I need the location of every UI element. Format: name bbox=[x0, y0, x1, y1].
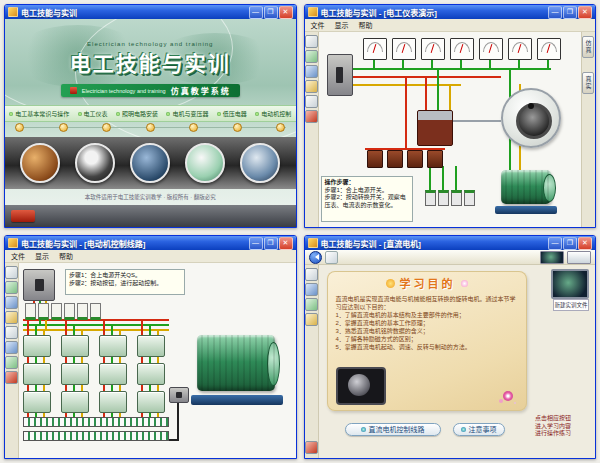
rheostat[interactable] bbox=[387, 150, 403, 168]
menu-view[interactable]: 显示 bbox=[35, 251, 49, 261]
menu-help[interactable]: 帮助 bbox=[359, 20, 373, 30]
cautions-button[interactable]: 注意事项 bbox=[453, 423, 505, 436]
maximize-button[interactable]: ❐ bbox=[264, 6, 278, 19]
motor-photo[interactable] bbox=[336, 367, 386, 405]
contactor-km[interactable] bbox=[23, 391, 51, 413]
toolbar-icon-component[interactable] bbox=[305, 50, 318, 63]
terminal-strip[interactable] bbox=[23, 431, 169, 441]
contactor-km[interactable] bbox=[99, 335, 127, 357]
terminal[interactable] bbox=[425, 190, 436, 206]
splash-menu-basics[interactable]: 电工基本常识与操作 bbox=[9, 109, 69, 118]
terminal[interactable] bbox=[451, 190, 462, 206]
toolbar-icon-wire[interactable] bbox=[305, 65, 318, 78]
menu-file[interactable]: 文件 bbox=[11, 251, 25, 261]
motor[interactable] bbox=[197, 335, 275, 391]
mode-simulate-button[interactable]: 仿真 bbox=[582, 36, 594, 58]
fuse[interactable] bbox=[64, 303, 75, 320]
minimize-button[interactable]: — bbox=[548, 237, 562, 250]
rheostat-dial[interactable] bbox=[516, 103, 552, 139]
splash-menu-motor-control[interactable]: 电动机控制 bbox=[255, 109, 291, 118]
titlebar[interactable]: 电工技能与实训 - [直流电机] — ❐ ✕ bbox=[305, 236, 596, 250]
meter[interactable] bbox=[479, 38, 503, 60]
meter[interactable] bbox=[508, 38, 532, 60]
toolbar-icon-exit[interactable] bbox=[5, 371, 18, 384]
close-button[interactable]: ✕ bbox=[578, 6, 592, 19]
meter[interactable] bbox=[363, 38, 387, 60]
meter[interactable] bbox=[537, 38, 561, 60]
rheostat[interactable] bbox=[427, 150, 443, 168]
close-button[interactable]: ✕ bbox=[279, 6, 293, 19]
toolbar-icon-check[interactable] bbox=[5, 356, 18, 369]
splash-menu-meters[interactable]: 电工仪表 bbox=[78, 109, 108, 118]
back-icon[interactable] bbox=[309, 251, 322, 264]
menu-view[interactable]: 显示 bbox=[335, 20, 349, 30]
menu-file[interactable]: 文件 bbox=[311, 20, 325, 30]
contactor-km[interactable] bbox=[137, 335, 165, 357]
home-icon[interactable] bbox=[325, 251, 338, 264]
motor-terminal-box[interactable] bbox=[169, 387, 189, 403]
meter[interactable] bbox=[450, 38, 474, 60]
toolbar-icon-layout[interactable] bbox=[5, 326, 18, 339]
node-dot[interactable] bbox=[59, 123, 68, 132]
titlebar[interactable]: 电工技能与实训 — ❐ ✕ bbox=[5, 5, 296, 19]
power-switch-qs[interactable] bbox=[23, 269, 55, 301]
contactor[interactable] bbox=[417, 110, 453, 146]
toolbar-icon-practice[interactable] bbox=[305, 298, 318, 311]
node-dot[interactable] bbox=[102, 123, 111, 132]
meter[interactable] bbox=[392, 38, 416, 60]
contactor-km[interactable] bbox=[61, 335, 89, 357]
toolbar-icon-wire[interactable] bbox=[5, 296, 18, 309]
toolbar-icon-select[interactable] bbox=[5, 266, 18, 279]
toolbar-icon-theory[interactable] bbox=[305, 283, 318, 296]
toolbar-icon-test[interactable] bbox=[305, 313, 318, 326]
contactor-km[interactable] bbox=[61, 363, 89, 385]
preview-thumbnail-doc[interactable] bbox=[567, 251, 591, 264]
titlebar[interactable]: 电工技能与实训 - [电工仪表演示] — ❐ ✕ bbox=[305, 5, 596, 19]
terminal-strip[interactable] bbox=[23, 417, 169, 427]
toolbar-icon-meter[interactable] bbox=[5, 311, 18, 324]
fuse[interactable] bbox=[51, 303, 62, 320]
fuse[interactable] bbox=[90, 303, 101, 320]
mode-real-button[interactable]: 真实 bbox=[582, 72, 594, 94]
splash-menu-lv-apparatus[interactable]: 低压电器 bbox=[217, 109, 247, 118]
motor[interactable] bbox=[501, 170, 551, 204]
rheostat[interactable] bbox=[407, 150, 423, 168]
node-dot[interactable] bbox=[15, 123, 24, 132]
video-thumbnail[interactable] bbox=[551, 269, 589, 299]
toolbar-icon-select[interactable] bbox=[305, 35, 318, 48]
contactor-km[interactable] bbox=[23, 363, 51, 385]
maximize-button[interactable]: ❐ bbox=[563, 237, 577, 250]
node-dot[interactable] bbox=[146, 123, 155, 132]
contactor-km[interactable] bbox=[137, 391, 165, 413]
preview-thumbnail-motor[interactable] bbox=[540, 251, 564, 264]
contactor-km[interactable] bbox=[137, 363, 165, 385]
fuse[interactable] bbox=[25, 303, 36, 320]
meter[interactable] bbox=[421, 38, 445, 60]
minimize-button[interactable]: — bbox=[548, 6, 562, 19]
fuse[interactable] bbox=[77, 303, 88, 320]
contactor-km[interactable] bbox=[99, 391, 127, 413]
contactor-km[interactable] bbox=[23, 335, 51, 357]
minimize-button[interactable]: — bbox=[249, 237, 263, 250]
power-switch[interactable] bbox=[327, 54, 353, 96]
close-button[interactable]: ✕ bbox=[578, 237, 592, 250]
menu-help[interactable]: 帮助 bbox=[59, 251, 73, 261]
splash-menu-machines[interactable]: 电机与变压器 bbox=[166, 109, 208, 118]
node-dot[interactable] bbox=[189, 123, 198, 132]
new-file-button[interactable]: 新建实训文件 bbox=[553, 299, 589, 311]
fuse[interactable] bbox=[38, 303, 49, 320]
dc-motor-circuit-button[interactable]: 直流电机控制线路 bbox=[345, 423, 441, 436]
terminal[interactable] bbox=[464, 190, 475, 206]
node-dot[interactable] bbox=[276, 123, 285, 132]
maximize-button[interactable]: ❐ bbox=[264, 237, 278, 250]
toolbar-icon-contents[interactable] bbox=[305, 268, 318, 281]
node-dot[interactable] bbox=[233, 123, 242, 132]
minimize-button[interactable]: — bbox=[249, 6, 263, 19]
contactor-km[interactable] bbox=[99, 363, 127, 385]
toolbar-icon-stop[interactable] bbox=[305, 110, 318, 123]
close-button[interactable]: ✕ bbox=[279, 237, 293, 250]
rheostat[interactable] bbox=[367, 150, 383, 168]
contactor-km[interactable] bbox=[61, 391, 89, 413]
terminal[interactable] bbox=[438, 190, 449, 206]
toolbar-icon-exit[interactable] bbox=[305, 441, 318, 454]
